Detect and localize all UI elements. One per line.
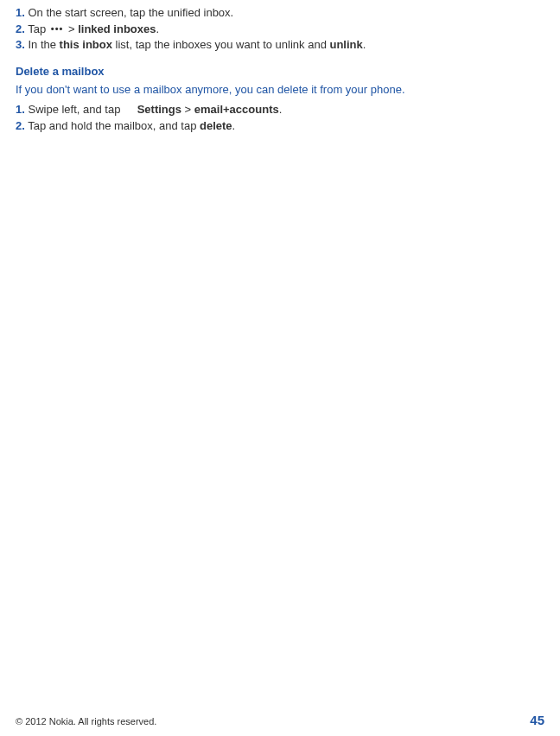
more-dots-icon: ••• (49, 22, 66, 35)
section2-step2: 2. Tap and hold the mailbox, and tap del… (16, 118, 544, 134)
step-text: . (279, 103, 283, 116)
this-inbox-label: this inbox (60, 38, 112, 51)
settings-gear-icon (124, 105, 134, 115)
step-number: 3. (16, 38, 25, 51)
step-text: . (363, 38, 366, 51)
delete-label: delete (200, 119, 232, 132)
step-number: 1. (16, 6, 25, 19)
step-text: . (156, 22, 160, 35)
step-text: On the start screen, tap the unified inb… (25, 6, 233, 19)
settings-label: Settings (137, 103, 181, 116)
step-text: > (181, 103, 194, 116)
section2-step1: 1. Swipe left, and tap Settings > email+… (16, 102, 544, 117)
section1-step1: 1. On the start screen, tap the unified … (16, 5, 544, 21)
page-number: 45 (530, 713, 544, 727)
step-number: 2. (16, 22, 25, 35)
step-text: Swipe left, and tap (25, 103, 124, 116)
delete-mailbox-intro: If you don't want to use a mailbox anymo… (16, 82, 544, 98)
step-text: > (65, 22, 78, 35)
page-content: 1. On the start screen, tap the unified … (0, 0, 560, 133)
copyright-text: © 2012 Nokia. All rights reserved. (16, 716, 156, 726)
step-number: 2. (16, 119, 25, 132)
step-number: 1. (16, 103, 25, 116)
section1-step3: 3. In the this inbox list, tap the inbox… (16, 37, 544, 53)
unlink-label: unlink (329, 38, 362, 51)
step-text: Tap and hold the mailbox, and tap (25, 119, 200, 132)
step-text: list, tap the inboxes you want to unlink… (112, 38, 330, 51)
step-text: In the (25, 38, 60, 51)
delete-mailbox-heading: Delete a mailbox (16, 65, 544, 78)
page-footer: © 2012 Nokia. All rights reserved. 45 (16, 713, 544, 727)
email-accounts-label: email+accounts (194, 103, 279, 116)
linked-inboxes-label: linked inboxes (78, 22, 156, 35)
step-text: . (232, 119, 236, 132)
section1-step2: 2. Tap ••• > linked inboxes. (16, 22, 544, 37)
step-text: Tap (25, 22, 49, 35)
